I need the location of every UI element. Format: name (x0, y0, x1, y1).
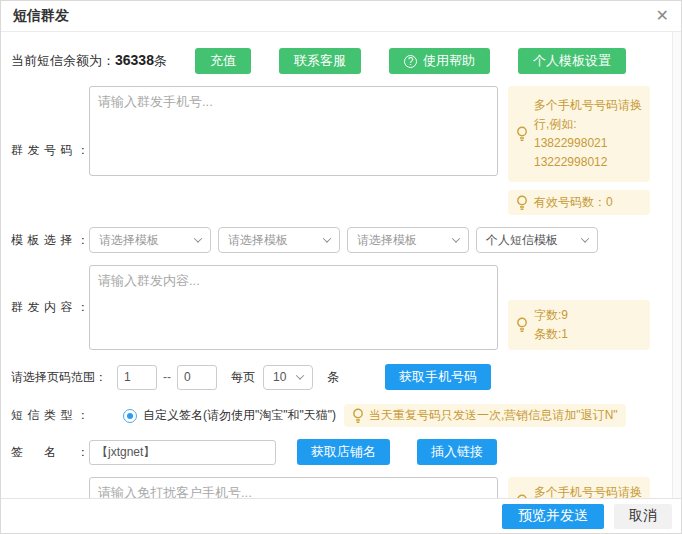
msg-count: 条数:1 (534, 327, 568, 341)
hint-line-3: 13222998012 (534, 155, 607, 169)
duplicate-number-hint: 当天重复号码只发送一次,营销信息请加"退订N" (344, 404, 626, 427)
cancel-button[interactable]: 取消 (614, 504, 672, 529)
numbers-format-hint: 多个手机号号码请换行,例如: 13822998021 13222998012 (508, 86, 650, 182)
bulk-numbers-row: 群发号码： 多个手机号号码请换行,例如: 13822998021 1322299… (11, 86, 671, 215)
balance-amount: 36338 (115, 52, 154, 68)
template-settings-label: 个人模板设置 (533, 52, 611, 70)
template-select-3-value: 请选择模板 (357, 232, 417, 249)
valid-count-box: 有效号码数：0 (508, 190, 650, 215)
lightbulb-icon (516, 195, 528, 211)
char-count: 字数:9 (534, 308, 568, 322)
chevron-down-icon (194, 234, 202, 242)
page-range-row: 请选择页码范围： -- 每页 10 条 获取手机号码 (11, 364, 671, 390)
template-select-label: 模板选择： (11, 232, 89, 249)
balance-row: 当前短信余额为：36338条 充值 联系客服 ?使用帮助 个人模板设置 (11, 48, 671, 74)
count-hint-text: 字数:9 条数:1 (534, 306, 568, 344)
personal-template-settings-button[interactable]: 个人模板设置 (518, 48, 626, 74)
page-to-input[interactable] (177, 365, 217, 390)
template-select-2-value: 请选择模板 (228, 232, 288, 249)
chevron-down-icon (452, 234, 460, 242)
lightbulb-icon (516, 126, 528, 142)
page-range-label: 请选择页码范围： (11, 369, 107, 386)
vertical-scrollbar[interactable] (672, 32, 681, 498)
template-select-1[interactable]: 请选择模板 (89, 227, 211, 253)
valid-count-text: 有效号码数：0 (534, 193, 613, 212)
template-select-1-value: 请选择模板 (99, 232, 159, 249)
hint-line-2: 13822998021 (534, 136, 607, 150)
per-page-value: 10 (273, 370, 286, 384)
lightbulb-icon (516, 317, 528, 333)
per-page-unit: 条 (327, 369, 339, 386)
sms-type-row: 短信类型： 自定义签名(请勿使用"淘宝"和"天猫") 当天重复号码只发送一次,营… (11, 404, 671, 427)
get-shop-name-button[interactable]: 获取店铺名 (297, 439, 390, 465)
template-select-row: 模板选择： 请选择模板 请选择模板 请选择模板 个人短信模板 (11, 227, 671, 253)
bulk-content-textarea[interactable] (89, 265, 498, 350)
dialog-body: 当前短信余额为：36338条 充值 联系客服 ?使用帮助 个人模板设置 群发号码… (1, 32, 681, 534)
personal-template-select[interactable]: 个人短信模板 (476, 227, 598, 253)
personal-template-select-value: 个人短信模板 (486, 232, 558, 249)
dialog-footer: 预览并发送 取消 (1, 498, 681, 533)
fetch-phone-numbers-button[interactable]: 获取手机号码 (385, 364, 491, 390)
chevron-down-icon (323, 234, 331, 242)
signature-row: 签名： 获取店铺名 插入链接 (11, 439, 671, 465)
bulk-content-row: 群发内容： 字数:9 条数:1 (11, 265, 671, 350)
balance-text: 当前短信余额为：36338条 (11, 52, 167, 70)
radio-dot (127, 413, 133, 419)
custom-signature-radio-label: 自定义签名(请勿使用"淘宝"和"天猫") (143, 407, 336, 424)
sms-bulk-send-dialog: 短信群发 ✕ 当前短信余额为：36338条 充值 联系客服 ?使用帮助 个人模板… (0, 0, 682, 534)
lightbulb-icon (352, 408, 364, 424)
dialog-title: 短信群发 (13, 7, 69, 25)
bulk-content-label: 群发内容： (11, 299, 89, 316)
signature-label: 签名： (11, 444, 89, 461)
preview-and-send-button[interactable]: 预览并发送 (502, 504, 604, 529)
contact-support-button[interactable]: 联系客服 (279, 48, 361, 74)
range-dash: -- (163, 370, 171, 384)
close-icon[interactable]: ✕ (656, 8, 669, 24)
template-select-2[interactable]: 请选择模板 (218, 227, 340, 253)
balance-unit: 条 (154, 53, 167, 68)
help-label: 使用帮助 (423, 52, 475, 70)
bulk-numbers-textarea[interactable] (89, 86, 498, 176)
bulk-numbers-label: 群发号码： (11, 142, 89, 159)
count-hint-box: 字数:9 条数:1 (508, 300, 650, 350)
per-page-select[interactable]: 10 (263, 365, 313, 390)
template-select-3[interactable]: 请选择模板 (347, 227, 469, 253)
numbers-hints: 多个手机号号码请换行,例如: 13822998021 13222998012 有… (508, 86, 650, 215)
titlebar: 短信群发 ✕ (1, 1, 681, 32)
help-button[interactable]: ?使用帮助 (389, 48, 490, 74)
sms-type-label: 短信类型： (11, 407, 89, 424)
hint-line-1: 多个手机号号码请换行,例如: (534, 98, 642, 131)
contact-label: 联系客服 (294, 52, 346, 70)
numbers-hint-text: 多个手机号号码请换行,例如: 13822998021 13222998012 (534, 96, 642, 172)
recharge-label: 充值 (210, 52, 236, 70)
insert-link-button[interactable]: 插入链接 (417, 439, 497, 465)
chevron-down-icon (581, 234, 589, 242)
balance-prefix: 当前短信余额为： (11, 53, 115, 68)
chevron-down-icon (296, 371, 304, 379)
recharge-button[interactable]: 充值 (195, 48, 251, 74)
signature-input[interactable] (89, 440, 276, 465)
custom-signature-radio[interactable] (123, 409, 137, 423)
per-page-label: 每页 (231, 369, 255, 386)
question-icon: ? (404, 55, 417, 68)
content-hints: 字数:9 条数:1 (508, 265, 650, 350)
page-from-input[interactable] (117, 365, 157, 390)
duplicate-number-hint-text: 当天重复号码只发送一次,营销信息请加"退订N" (369, 407, 618, 424)
